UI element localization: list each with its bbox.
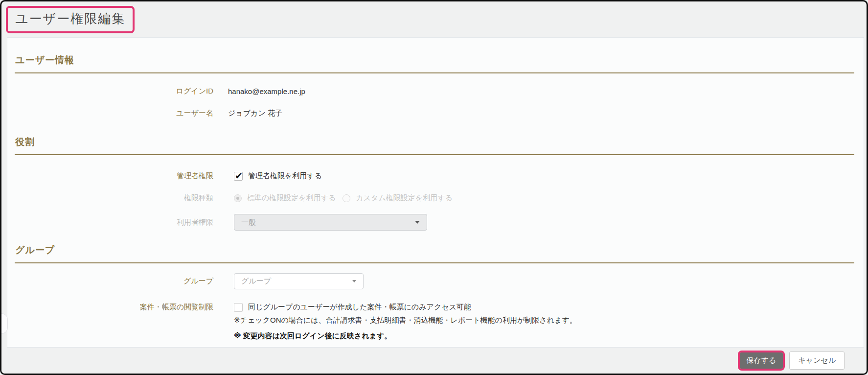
- page-title: ユーザー権限編集: [15, 11, 125, 26]
- footer-action-bar: 保存する キャンセル: [1, 348, 867, 374]
- login-id-value: hanako@example.ne.jp: [228, 87, 305, 95]
- group-select[interactable]: グループ: [234, 273, 364, 289]
- restriction-checkbox-label: 同じグループのユーザーが作成した案件・帳票にのみアクセス可能: [248, 303, 471, 312]
- admin-permission-checkbox[interactable]: [234, 172, 243, 181]
- user-permission-label: 利用者権限: [15, 218, 213, 227]
- permission-type-label: 権限種類: [15, 193, 213, 203]
- drawer-handle[interactable]: [1, 313, 8, 334]
- caret-down-icon: [415, 221, 420, 224]
- permission-type-option-custom-label: カスタム権限設定を利用する: [356, 193, 452, 203]
- permission-type-option-standard-label: 標準の権限設定を利用する: [247, 193, 336, 203]
- view-restriction-label: 案件・帳票の閲覧制限: [15, 303, 213, 312]
- restriction-checkbox[interactable]: [234, 303, 243, 312]
- reflect-note: ※ 変更内容は次回ログイン後に反映されます。: [234, 331, 854, 341]
- permission-type-row: 権限種類 標準の権限設定を利用する カスタム権限設定を利用する: [15, 193, 854, 203]
- login-id-row: ログインID hanako@example.ne.jp: [15, 87, 854, 96]
- save-button[interactable]: 保存する: [740, 352, 783, 369]
- group-select-placeholder: グループ: [241, 277, 271, 286]
- edit-form-card: ユーザー情報 ログインID hanako@example.ne.jp ユーザー名…: [7, 37, 864, 348]
- permission-type-radio-custom: [343, 194, 350, 202]
- admin-permission-checkbox-label: 管理者権限を利用する: [248, 171, 322, 181]
- save-button-highlight: 保存する: [738, 351, 785, 371]
- user-permission-row: 利用者権限 一般: [15, 214, 854, 231]
- permission-type-radio-standard: [234, 194, 242, 202]
- login-id-label: ログインID: [15, 87, 213, 96]
- user-permission-select: 一般: [234, 214, 427, 231]
- section-heading-group: グループ: [15, 244, 854, 263]
- user-name-row: ユーザー名 ジョブカン 花子: [15, 109, 854, 118]
- admin-permission-row: 管理者権限 管理者権限を利用する: [15, 171, 854, 181]
- admin-permission-label: 管理者権限: [15, 171, 213, 181]
- restriction-note: ※チェックONの場合には、合計請求書・支払明細書・消込機能・レポート機能の利用が…: [234, 316, 854, 325]
- user-name-value: ジョブカン 花子: [228, 109, 282, 118]
- page-title-highlight: ユーザー権限編集: [6, 6, 135, 33]
- section-heading-role: 役割: [15, 136, 854, 155]
- view-restriction-row: 案件・帳票の閲覧制限 同じグループのユーザーが作成した案件・帳票にのみアクセス可…: [15, 303, 854, 312]
- group-label: グループ: [15, 277, 213, 286]
- user-name-label: ユーザー名: [15, 109, 213, 118]
- user-permission-select-value: 一般: [241, 218, 256, 227]
- cancel-button[interactable]: キャンセル: [789, 352, 845, 370]
- section-heading-user-info: ユーザー情報: [15, 54, 854, 73]
- group-row: グループ グループ: [15, 273, 854, 289]
- caret-down-icon: [352, 280, 356, 282]
